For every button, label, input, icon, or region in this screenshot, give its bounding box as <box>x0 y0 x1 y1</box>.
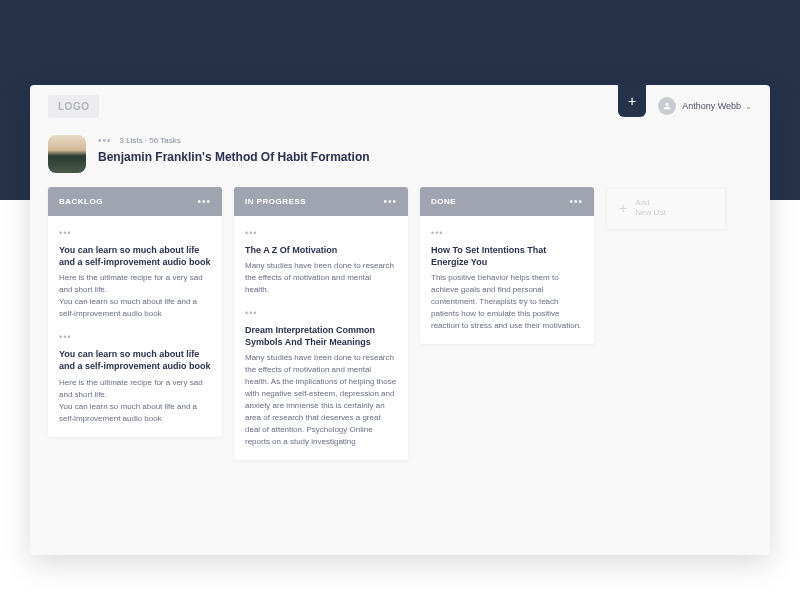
user-name: Anthony Webb <box>682 101 741 111</box>
card-menu-icon[interactable]: ••• <box>59 228 211 238</box>
list-backlog: BACKLOG ••• ••• You can learn so much ab… <box>48 187 222 437</box>
add-list-label: AddNew List <box>635 198 666 219</box>
card-menu-icon[interactable]: ••• <box>245 308 397 318</box>
topbar: LOGO + Anthony Webb ⌄ <box>30 85 770 127</box>
board-stats: 3 Lists · 56 Tasks <box>120 136 181 145</box>
list-title: BACKLOG <box>59 197 103 206</box>
card-text: Many studies have been done to research … <box>245 352 397 448</box>
card[interactable]: ••• You can learn so much about life and… <box>59 320 211 424</box>
card-menu-icon[interactable]: ••• <box>431 228 583 238</box>
list-header: BACKLOG ••• <box>48 187 222 216</box>
card-title: How To Set Intentions That Energize You <box>431 244 583 268</box>
board-header: ••• 3 Lists · 56 Tasks Benjamin Franklin… <box>30 127 770 187</box>
list-done: DONE ••• ••• How To Set Intentions That … <box>420 187 594 344</box>
board-thumbnail <box>48 135 86 173</box>
card[interactable]: ••• How To Set Intentions That Energize … <box>431 216 583 332</box>
add-new-list-button[interactable]: + AddNew List <box>606 187 726 230</box>
list-menu-icon[interactable]: ••• <box>197 196 211 207</box>
list-in-progress: IN PROGRESS ••• ••• The A Z Of Motivatio… <box>234 187 408 460</box>
card[interactable]: ••• The A Z Of Motivation Many studies h… <box>245 216 397 296</box>
user-menu[interactable]: Anthony Webb ⌄ <box>658 97 752 115</box>
plus-icon: + <box>628 93 636 109</box>
card-text: Here is the ultimate recipe for a very s… <box>59 377 211 425</box>
card-title: The A Z Of Motivation <box>245 244 397 256</box>
card-text: Many studies have been done to research … <box>245 260 397 296</box>
list-menu-icon[interactable]: ••• <box>383 196 397 207</box>
board-title: Benjamin Franklin's Method Of Habit Form… <box>98 150 370 164</box>
list-menu-icon[interactable]: ••• <box>569 196 583 207</box>
board-menu-icon[interactable]: ••• <box>98 135 112 146</box>
list-header: IN PROGRESS ••• <box>234 187 408 216</box>
card[interactable]: ••• You can learn so much about life and… <box>59 216 211 320</box>
card-text: This positive behavior helps them to ach… <box>431 272 583 332</box>
avatar <box>658 97 676 115</box>
list-header: DONE ••• <box>420 187 594 216</box>
card-menu-icon[interactable]: ••• <box>59 332 211 342</box>
add-button[interactable]: + <box>618 85 646 117</box>
card-title: You can learn so much about life and a s… <box>59 244 211 268</box>
plus-icon: + <box>619 200 627 216</box>
list-title: DONE <box>431 197 456 206</box>
chevron-down-icon: ⌄ <box>745 102 752 111</box>
logo[interactable]: LOGO <box>48 95 99 118</box>
app-panel: LOGO + Anthony Webb ⌄ ••• 3 Lists · 56 T… <box>30 85 770 555</box>
card-menu-icon[interactable]: ••• <box>245 228 397 238</box>
lists-container: BACKLOG ••• ••• You can learn so much ab… <box>30 187 770 555</box>
card-text: Here is the ultimate recipe for a very s… <box>59 272 211 320</box>
card-title: You can learn so much about life and a s… <box>59 348 211 372</box>
list-title: IN PROGRESS <box>245 197 306 206</box>
card-title: Dream Interpretation Common Symbols And … <box>245 324 397 348</box>
card[interactable]: ••• Dream Interpretation Common Symbols … <box>245 296 397 448</box>
